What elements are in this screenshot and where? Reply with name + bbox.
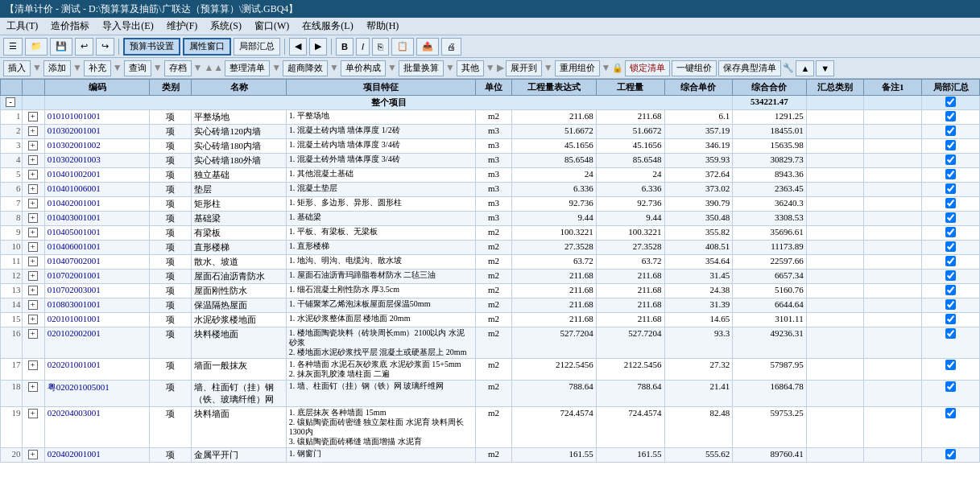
- jubuhui-cell[interactable]: [922, 255, 980, 270]
- gongchengliang-cell[interactable]: 24: [596, 168, 664, 183]
- mingcheng-cell[interactable]: 垫层: [192, 183, 286, 197]
- zonghejiage-cell[interactable]: 3101.11: [733, 313, 806, 327]
- gongchengliang-cell[interactable]: 161.55: [596, 448, 664, 463]
- jubuhui-checkbox-4[interactable]: [945, 169, 956, 179]
- beizhu-cell[interactable]: [864, 197, 922, 212]
- biaodashi-cell[interactable]: 100.3221: [512, 226, 596, 241]
- bianhao-cell[interactable]: 020201001001: [44, 359, 149, 381]
- zonghejiage-cell[interactable]: 35696.61: [733, 226, 806, 241]
- mingcheng-cell[interactable]: 基础梁: [192, 212, 286, 226]
- menu-zaojiazhbiao[interactable]: 造价指标: [48, 19, 93, 34]
- beizhu-cell[interactable]: [864, 284, 922, 298]
- mingcheng-cell[interactable]: 水泥砂浆楼地面: [192, 313, 286, 327]
- mingcheng-cell[interactable]: 独立基础: [192, 168, 286, 183]
- zonghejiage-cell[interactable]: 22597.66: [733, 255, 806, 270]
- btn-pilianghuansuan[interactable]: 批量换算: [399, 60, 444, 76]
- expand-btn-4[interactable]: +: [28, 170, 38, 179]
- biaodashi-cell[interactable]: 161.55: [512, 448, 596, 463]
- expand-btn-15[interactable]: +: [28, 329, 38, 339]
- xiangmu-cell[interactable]: 1. 混凝土砖内墙 墙体厚度 1/2砖: [286, 125, 475, 139]
- btn-zhankai[interactable]: 展开到: [506, 60, 542, 76]
- biaodashi-cell[interactable]: 27.3528: [512, 241, 596, 255]
- zonghedanjia-cell[interactable]: 93.3: [664, 327, 733, 359]
- xiangmu-cell[interactable]: 1. 矩形、多边形、异形、圆形柱: [286, 197, 475, 212]
- zonghedanjia-cell[interactable]: 373.02: [664, 183, 733, 197]
- xiangmu-cell[interactable]: 1. 细石混凝土刚性防水 厚3.5cm: [286, 284, 475, 298]
- btn-undo[interactable]: ↩: [75, 38, 93, 56]
- btn-export[interactable]: 📤: [416, 38, 439, 56]
- jubuhui-checkbox-2[interactable]: [945, 140, 956, 150]
- bianhao-cell[interactable]: 010302001001: [44, 125, 149, 139]
- btn-redo[interactable]: ↪: [96, 38, 114, 56]
- beizhu-cell[interactable]: [864, 407, 922, 448]
- zonghedanjia-cell[interactable]: 354.64: [664, 255, 733, 270]
- bianhao-cell[interactable]: 010101001001: [44, 110, 149, 125]
- zonghedanjia-cell[interactable]: 21.41: [664, 381, 733, 407]
- btn-new[interactable]: ☰: [3, 38, 23, 56]
- gongchengliang-cell[interactable]: 9.44: [596, 212, 664, 226]
- xiangmu-cell[interactable]: 1. 墙、柱面钉（挂）钢（铁）网 玻璃纤维网: [286, 381, 475, 407]
- btn-cundang[interactable]: 存档: [164, 60, 192, 76]
- bianhao-cell[interactable]: 010401002001: [44, 168, 149, 183]
- beizhu-cell[interactable]: [864, 154, 922, 168]
- bianhao-cell[interactable]: 010407002001: [44, 255, 149, 270]
- jubuhui-cell[interactable]: [922, 448, 980, 463]
- zonghejiage-cell[interactable]: 3308.53: [733, 212, 806, 226]
- btn-yusuan-shezhi[interactable]: 预算书设置: [123, 38, 180, 56]
- zonghejiage-cell[interactable]: 15635.98: [733, 139, 806, 154]
- biaodashi-cell[interactable]: 92.736: [512, 197, 596, 212]
- jubuhui-checkbox-6[interactable]: [945, 198, 956, 208]
- beizhu-cell[interactable]: [864, 313, 922, 327]
- beizhu-cell[interactable]: [864, 359, 922, 381]
- mingcheng-cell[interactable]: 直形楼梯: [192, 241, 286, 255]
- jubuhui-cell[interactable]: [922, 270, 980, 284]
- btn-jubu-huizong[interactable]: 局部汇总: [234, 38, 280, 56]
- jubuhui-cell[interactable]: [922, 407, 980, 448]
- xiangmu-cell[interactable]: 1. 屋面石油沥青玛蹄脂卷材防水 二毡三油: [286, 270, 475, 284]
- zonghedanjia-cell[interactable]: 350.48: [664, 212, 733, 226]
- expand-btn-9[interactable]: +: [28, 242, 38, 252]
- beizhu-cell[interactable]: [864, 241, 922, 255]
- gongchengliang-cell[interactable]: 51.6672: [596, 125, 664, 139]
- biaodashi-cell[interactable]: 85.6548: [512, 154, 596, 168]
- mingcheng-cell[interactable]: 有梁板: [192, 226, 286, 241]
- btn-qita[interactable]: 其他: [457, 60, 484, 76]
- jubuhui-cell[interactable]: [922, 197, 980, 212]
- gongchengliang-cell[interactable]: 211.68: [596, 313, 664, 327]
- biaodashi-cell[interactable]: 211.68: [512, 110, 596, 125]
- xiangmu-cell[interactable]: 1. 平板、有梁板、无梁板: [286, 226, 475, 241]
- btn-paste[interactable]: 📋: [391, 38, 414, 56]
- jubuhui-checkbox-12[interactable]: [945, 285, 956, 295]
- biaodashi-cell[interactable]: 45.1656: [512, 139, 596, 154]
- beizhu-cell[interactable]: [864, 381, 922, 407]
- jubuhui-cell[interactable]: [922, 381, 980, 407]
- btn-save[interactable]: 💾: [50, 38, 72, 56]
- jubuhui-cell[interactable]: [922, 139, 980, 154]
- expand-btn-18[interactable]: +: [28, 409, 38, 418]
- xiangmu-cell[interactable]: 1. 干铺聚苯乙烯泡沫板屋面层保温50mm: [286, 298, 475, 313]
- collapse-all-btn[interactable]: -: [6, 97, 15, 107]
- bianhao-cell[interactable]: 010302001003: [44, 154, 149, 168]
- mingcheng-cell[interactable]: 墙、柱面钉（挂）钢（铁、玻璃纤维）网: [192, 381, 286, 407]
- xiangmu-cell[interactable]: 1. 混凝土垫层: [286, 183, 475, 197]
- bianhao-cell[interactable]: 010402001001: [44, 197, 149, 212]
- beizhu-cell[interactable]: [864, 448, 922, 463]
- xiangmu-cell[interactable]: 1. 钢窗门: [286, 448, 475, 463]
- bianhao-cell[interactable]: 020204003001: [44, 407, 149, 448]
- xiangmu-cell[interactable]: 1. 基础梁: [286, 212, 475, 226]
- jubuhui-cell[interactable]: [922, 168, 980, 183]
- gongchengliang-cell[interactable]: 211.68: [596, 110, 664, 125]
- bianhao-cell[interactable]: 010803001001: [44, 298, 149, 313]
- btn-yijian-zujia[interactable]: 一键组价: [672, 60, 717, 76]
- jubuhui-cell[interactable]: [922, 183, 980, 197]
- btn-zhongyong[interactable]: 重用组价: [555, 60, 600, 76]
- zonghedanjia-cell[interactable]: 357.19: [664, 125, 733, 139]
- biaodashi-cell[interactable]: 211.68: [512, 270, 596, 284]
- beizhu-cell[interactable]: [864, 298, 922, 313]
- gongchengliang-cell[interactable]: 788.64: [596, 381, 664, 407]
- btn-zhengliqingdan[interactable]: 整理清单: [225, 60, 270, 76]
- jubuhui-cell[interactable]: [922, 241, 980, 255]
- beizhu-cell[interactable]: [864, 327, 922, 359]
- expand-btn-11[interactable]: +: [28, 271, 38, 281]
- zonghedanjia-cell[interactable]: 346.19: [664, 139, 733, 154]
